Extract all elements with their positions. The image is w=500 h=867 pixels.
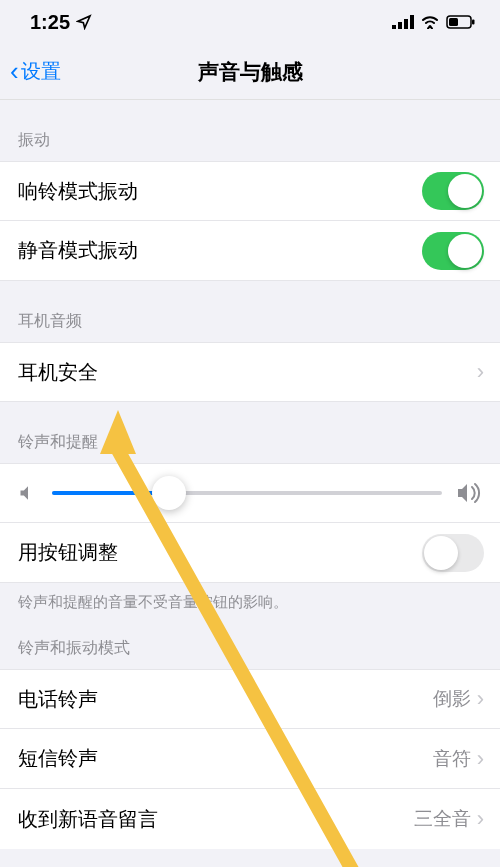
section-header-patterns: 铃声和振动模式 <box>0 622 500 669</box>
row-label: 用按钮调整 <box>18 539 118 566</box>
toggle-ring-vibrate[interactable] <box>422 172 484 210</box>
row-label: 收到新语音留言 <box>18 806 158 833</box>
status-time: 1:25 <box>30 11 92 34</box>
location-icon <box>76 14 92 30</box>
section-header-ringer: 铃声和提醒 <box>0 402 500 463</box>
status-bar: 1:25 <box>0 0 500 44</box>
svg-point-4 <box>429 25 432 28</box>
row-label: 电话铃声 <box>18 686 98 713</box>
speaker-low-icon <box>18 483 38 503</box>
toggle-silent-vibrate[interactable] <box>422 232 484 270</box>
row-value: 三全音 › <box>414 806 484 832</box>
svg-rect-1 <box>398 22 402 29</box>
footer-text: 铃声和提醒的音量不受音量按钮的影响。 <box>0 583 500 622</box>
row-value: 倒影 › <box>433 686 484 712</box>
nav-title: 声音与触感 <box>198 58 303 86</box>
battery-icon <box>446 15 476 29</box>
row-label: 耳机安全 <box>18 359 98 386</box>
chevron-right-icon: › <box>477 746 484 772</box>
toggle-button-adjust[interactable] <box>422 534 484 572</box>
value-text: 倒影 <box>433 686 471 712</box>
svg-rect-6 <box>449 18 458 26</box>
row-silent-vibrate[interactable]: 静音模式振动 <box>0 221 500 281</box>
chevron-right-icon: › <box>477 686 484 712</box>
nav-bar: ‹ 设置 声音与触感 <box>0 44 500 100</box>
row-ring-vibrate[interactable]: 响铃模式振动 <box>0 161 500 221</box>
speaker-high-icon <box>456 482 482 504</box>
svg-rect-3 <box>410 15 414 29</box>
row-label: 响铃模式振动 <box>18 178 138 205</box>
row-voicemail[interactable]: 收到新语音留言 三全音 › <box>0 789 500 849</box>
row-headphone-safety[interactable]: 耳机安全 › <box>0 342 500 402</box>
section-header-headphone: 耳机音频 <box>0 281 500 342</box>
row-volume-slider <box>0 463 500 523</box>
back-label: 设置 <box>21 58 61 85</box>
status-icons <box>392 15 476 29</box>
back-button[interactable]: ‹ 设置 <box>0 56 61 87</box>
row-ringtone[interactable]: 电话铃声 倒影 › <box>0 669 500 729</box>
value-text: 三全音 <box>414 806 471 832</box>
section-header-vibration: 振动 <box>0 100 500 161</box>
svg-rect-2 <box>404 19 408 29</box>
row-label: 短信铃声 <box>18 745 98 772</box>
row-label: 静音模式振动 <box>18 237 138 264</box>
row-value: 音符 › <box>433 746 484 772</box>
wifi-icon <box>420 15 440 29</box>
row-text-tone[interactable]: 短信铃声 音符 › <box>0 729 500 789</box>
chevron-right-icon: › <box>477 359 484 385</box>
chevron-left-icon: ‹ <box>10 56 19 87</box>
row-button-adjust[interactable]: 用按钮调整 <box>0 523 500 583</box>
chevron-right-icon: › <box>477 806 484 832</box>
svg-rect-7 <box>472 20 475 25</box>
time-text: 1:25 <box>30 11 70 34</box>
volume-slider[interactable] <box>52 491 442 495</box>
svg-rect-0 <box>392 25 396 29</box>
cellular-icon <box>392 15 414 29</box>
value-text: 音符 <box>433 746 471 772</box>
